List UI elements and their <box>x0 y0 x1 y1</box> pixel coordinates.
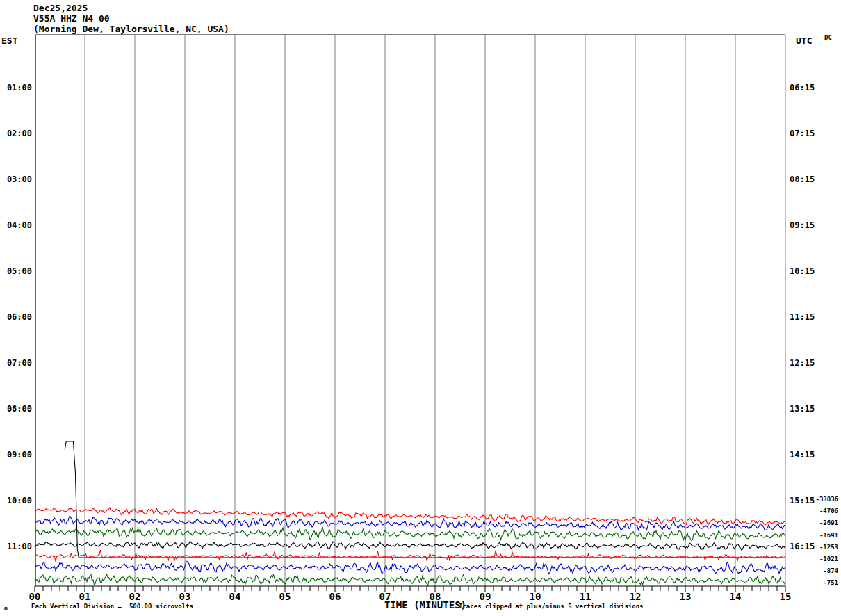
x-tick-label: 05 <box>272 591 297 602</box>
est-time-label: 11:00 <box>0 542 32 551</box>
header-channel: V55A HHZ N4 00 <box>33 13 110 24</box>
est-time-label: 08:00 <box>0 404 32 414</box>
utc-time-label: 11:15 <box>790 312 815 322</box>
x-tick-label: 00 <box>22 591 47 602</box>
footer-division-note: Each Vertical Division = 500.00 microvol… <box>31 603 193 610</box>
helicorder-plot <box>0 0 841 616</box>
est-time-label: 10:00 <box>0 496 32 505</box>
seismic-trace-row-2 <box>35 508 785 525</box>
x-tick-label: 10 <box>523 591 548 602</box>
utc-time-label: 14:15 <box>790 450 815 460</box>
est-axis-label: EST <box>1 35 17 46</box>
seismic-trace-row-4 <box>35 527 785 541</box>
utc-time-label: 09:15 <box>790 220 815 230</box>
dc-value-label: -2691 <box>795 519 838 526</box>
x-tick-label: 01 <box>72 591 97 602</box>
x-tick-label: 15 <box>773 591 798 602</box>
dc-value-label: -1691 <box>795 532 838 539</box>
x-tick-label: 02 <box>122 591 147 602</box>
est-time-label: 09:00 <box>0 450 32 460</box>
x-tick-label: 12 <box>623 591 648 602</box>
est-time-label: 05:00 <box>0 266 32 276</box>
utc-axis-label: UTC <box>796 35 812 46</box>
event-spike-trace <box>65 441 785 558</box>
x-tick-label: 03 <box>172 591 197 602</box>
seismic-trace-row-7 <box>35 561 785 574</box>
header-date: Dec25,2025 <box>33 3 88 13</box>
est-time-label: 07:00 <box>0 358 32 368</box>
seismic-trace-row-5 <box>35 541 785 550</box>
est-time-label: 06:00 <box>0 312 32 322</box>
dc-value-label: -1021 <box>795 556 838 562</box>
x-axis-title: TIME (MINUTES) <box>384 599 466 610</box>
x-tick-label: 06 <box>322 591 348 602</box>
x-tick-label: 13 <box>673 591 698 602</box>
est-time-label: 02:00 <box>0 129 32 138</box>
utc-time-label: 13:15 <box>790 404 815 414</box>
dc-value-label: -4706 <box>795 508 838 514</box>
header-station: (Morning Dew, Taylorsville, NC, USA) <box>33 24 229 34</box>
dc-value-label: -1253 <box>795 544 838 551</box>
utc-time-label: 10:15 <box>790 266 815 276</box>
utc-time-label: 07:15 <box>790 129 815 138</box>
seismic-trace-row-6 <box>35 550 785 562</box>
utc-time-label: 08:15 <box>790 175 815 184</box>
x-tick-label: 09 <box>473 591 498 602</box>
utc-time-label: 06:15 <box>790 83 815 92</box>
dc-axis-label: DC <box>824 34 832 41</box>
mini-trace-icon: ʍ <box>4 606 8 612</box>
est-time-label: 01:00 <box>0 83 32 92</box>
dc-value-label: -874 <box>795 567 838 574</box>
x-tick-label: 04 <box>222 591 247 602</box>
utc-time-label: 12:15 <box>790 358 815 368</box>
footer-clip-note: Traces clipped at plus/minus 5 vertical … <box>459 603 644 610</box>
x-tick-label: 11 <box>573 591 598 602</box>
est-time-label: 03:00 <box>0 175 32 184</box>
x-tick-label: 14 <box>723 591 748 602</box>
dc-value-label: -751 <box>795 579 838 586</box>
est-time-label: 04:00 <box>0 220 32 230</box>
seismic-trace-row-8 <box>35 574 785 586</box>
dc-value-label: -33036 <box>795 496 838 503</box>
